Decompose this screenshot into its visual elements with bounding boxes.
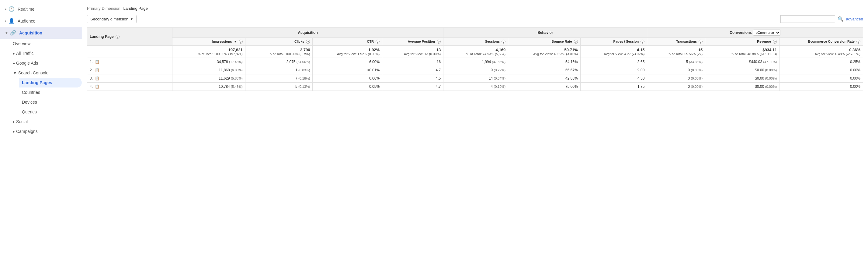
row-transactions: 5 (33.33%)	[647, 58, 705, 66]
row-pages: 4.50	[580, 74, 647, 83]
chevron-down-icon: ▼	[130, 17, 133, 21]
row-number: 2.	[90, 68, 93, 72]
secondary-dimension-button[interactable]: Secondary dimension ▼	[87, 15, 136, 23]
help-icon-pages[interactable]: ?	[641, 39, 645, 44]
search-input[interactable]	[780, 15, 835, 23]
ecomm-select[interactable]: eCommerce	[753, 30, 780, 36]
totals-avgpos: 13 Avg for View: 13 (0.00%)	[382, 46, 443, 58]
col-header-landing-page: Landing Page ?	[87, 28, 173, 46]
sidebar-label-campaigns: Campaigns	[16, 129, 38, 134]
search-icon[interactable]: 🔍	[838, 16, 844, 22]
sidebar-item-audience[interactable]: ▸ 👤 Audience	[0, 15, 82, 27]
row-landing-cell: 1. 📋	[87, 58, 173, 66]
help-icon-bouncerate[interactable]: ?	[574, 39, 578, 44]
help-icon-avgpos[interactable]: ?	[437, 39, 441, 44]
row-ecomm: 0.25%	[779, 58, 863, 66]
search-area: 🔍 advanced	[780, 15, 863, 23]
row-ctr: 6.00%	[313, 58, 382, 66]
acquisition-arrow-icon: ▼	[5, 31, 8, 35]
totals-label	[87, 46, 173, 58]
advanced-link[interactable]: advanced	[846, 17, 863, 21]
sidebar-item-countries[interactable]: Countries	[19, 87, 82, 97]
col-header-row: Impressions ▼ ? Clicks ? CTR ? Average P…	[87, 38, 863, 46]
sidebar-item-landing-pages[interactable]: Landing Pages	[19, 78, 82, 87]
help-icon-landing[interactable]: ?	[116, 35, 120, 39]
sidebar-label-audience: Audience	[18, 19, 35, 24]
sidebar-item-queries[interactable]: Queries	[19, 107, 82, 117]
row-bouncerate: 66.67%	[508, 66, 581, 74]
sidebar-item-devices[interactable]: Devices	[19, 97, 82, 107]
sidebar-sub-search-console: Landing Pages Countries Devices Queries	[13, 78, 82, 117]
primary-dimension-label: Primary Dimension:	[87, 6, 121, 11]
sidebar-item-search-console[interactable]: ▼ Search Console	[13, 68, 82, 78]
totals-revenue: $934.11 % of Total: 48.88% ($1,911.13)	[705, 46, 779, 58]
table-row: 2. 📋 11,868 (6.00%) 1 (0.03%) <0.01% 4.7…	[87, 66, 863, 74]
sidebar-item-social[interactable]: ▸ Social	[13, 117, 82, 127]
secondary-dimension-label: Secondary dimension	[90, 17, 128, 21]
copy-icon[interactable]: 📋	[95, 84, 99, 89]
row-sessions: 4 (0.10%)	[443, 83, 508, 91]
row-transactions: 0 (0.00%)	[647, 83, 705, 91]
help-icon-transactions[interactable]: ?	[699, 39, 703, 44]
copy-icon[interactable]: 📋	[95, 76, 99, 80]
sort-arrow-icon[interactable]: ▼	[234, 40, 237, 43]
row-number: 1.	[90, 60, 93, 64]
copy-icon[interactable]: 📋	[95, 68, 99, 72]
col-header-pages: Pages / Session ?	[580, 38, 647, 46]
row-ctr: 0.06%	[313, 74, 382, 83]
row-avgpos: 4.7	[382, 66, 443, 74]
row-clicks: 2,075 (54.66%)	[245, 58, 313, 66]
col-header-bouncerate: Bounce Rate ?	[508, 38, 581, 46]
row-avgpos: 4.5	[382, 74, 443, 83]
help-icon-sessions[interactable]: ?	[501, 39, 505, 44]
sidebar-label-all-traffic: All Traffic	[16, 51, 33, 56]
col-header-impressions: Impressions ▼ ?	[173, 38, 245, 46]
row-sessions: 1,994 (47.83%)	[443, 58, 508, 66]
row-revenue: $0.00 (0.00%)	[705, 83, 779, 91]
sidebar-label-acquisition: Acquisition	[19, 30, 42, 35]
help-icon-clicks[interactable]: ?	[306, 39, 310, 44]
row-ctr: 0.05%	[313, 83, 382, 91]
sidebar-label-countries: Countries	[22, 90, 40, 95]
row-sessions: 14 (0.34%)	[443, 74, 508, 83]
primary-dimension-bar: Primary Dimension: Landing Page	[87, 6, 863, 11]
totals-ctr: 1.92% Avg for View: 1.92% (0.00%)	[313, 46, 382, 58]
data-table: Landing Page ? Acquisition Behavior Conv…	[87, 27, 863, 91]
row-ecomm: 0.00%	[779, 74, 863, 83]
row-impressions: 11,629 (5.88%)	[173, 74, 245, 83]
sidebar-item-all-traffic[interactable]: ▸ All Traffic	[13, 49, 82, 58]
sidebar-item-google-ads[interactable]: ▸ Google Ads	[13, 58, 82, 68]
copy-icon[interactable]: 📋	[95, 60, 99, 64]
totals-bouncerate: 50.71% Avg for View: 49.23% (3.01%)	[508, 46, 581, 58]
row-revenue: $0.00 (0.00%)	[705, 74, 779, 83]
col-header-clicks: Clicks ?	[245, 38, 313, 46]
sidebar: ▸ 🕐 Realtime ▸ 👤 Audience ▼ 🔗 Acquisitio…	[0, 0, 82, 264]
all-traffic-arrow-icon: ▸	[13, 51, 16, 56]
sidebar-item-acquisition[interactable]: ▼ 🔗 Acquisition	[0, 27, 82, 39]
sidebar-item-overview[interactable]: Overview	[13, 39, 82, 49]
help-icon-impressions[interactable]: ?	[239, 39, 243, 44]
sidebar-label-realtime: Realtime	[18, 7, 34, 11]
row-landing-cell: 4. 📋	[87, 83, 173, 91]
totals-ecomm: 0.36% Avg for View: 0.49% (-25.85%)	[779, 46, 863, 58]
sidebar-item-realtime[interactable]: ▸ 🕐 Realtime	[0, 3, 82, 15]
sidebar-label-devices: Devices	[22, 100, 37, 105]
controls-bar: Secondary dimension ▼ 🔍 advanced	[87, 15, 863, 23]
sidebar-item-campaigns[interactable]: ▸ Campaigns	[13, 127, 82, 136]
sidebar-label-queries: Queries	[22, 109, 37, 114]
row-landing-cell: 2. 📋	[87, 66, 173, 74]
col-header-revenue: Revenue ?	[705, 38, 779, 46]
help-icon-revenue[interactable]: ?	[773, 39, 777, 44]
link-icon: 🔗	[10, 30, 16, 36]
row-bouncerate: 54.16%	[508, 58, 581, 66]
row-clicks: 1 (0.03%)	[245, 66, 313, 74]
totals-clicks: 3,796 % of Total: 100.00% (3,796)	[245, 46, 313, 58]
totals-sessions: 4,169 % of Total: 74.93% (5,564)	[443, 46, 508, 58]
person-icon: 👤	[8, 18, 14, 24]
help-icon-ctr[interactable]: ?	[376, 39, 379, 44]
row-revenue: $0.00 (0.00%)	[705, 66, 779, 74]
group-header-acquisition: Acquisition	[173, 28, 443, 38]
row-transactions: 0 (0.00%)	[647, 74, 705, 83]
row-clicks: 7 (0.18%)	[245, 74, 313, 83]
help-icon-ecomm[interactable]: ?	[857, 39, 860, 44]
